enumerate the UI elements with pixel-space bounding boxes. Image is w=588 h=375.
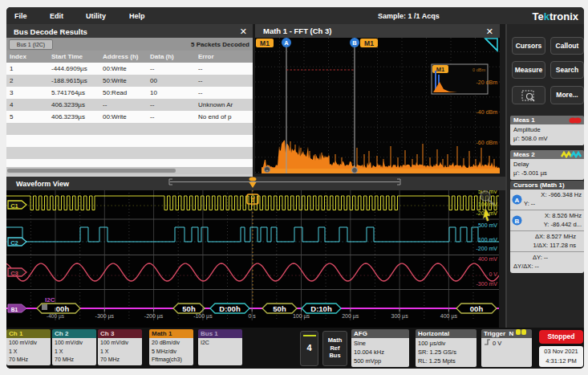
svg-text:-20 dBm: -20 dBm — [476, 79, 498, 85]
svg-text:B: B — [515, 218, 520, 225]
svg-text:-200 mV: -200 mV — [476, 246, 498, 251]
svg-text:-300 µs: -300 µs — [95, 313, 115, 320]
svg-text:100 mV: 100 mV — [478, 202, 497, 207]
svg-text:-400 µs: -400 µs — [47, 313, 65, 320]
svg-text:0 s: 0 s — [249, 313, 257, 319]
svg-text:0 dBm: 0 dBm — [472, 67, 485, 72]
svg-text:-200 µs: -200 µs — [144, 313, 164, 320]
svg-text:D:10h: D:10h — [310, 304, 332, 313]
svg-text:T: T — [250, 196, 255, 204]
svg-text:M1: M1 — [260, 39, 270, 47]
svg-text:100 mV: 100 mV — [478, 237, 497, 243]
svg-text:0 V: 0 V — [489, 271, 497, 277]
svg-text:50h: 50h — [182, 304, 196, 313]
svg-text:-40 dBm: -40 dBm — [476, 109, 498, 115]
svg-text:300 µs: 300 µs — [391, 313, 409, 320]
svg-text:C1: C1 — [10, 202, 18, 210]
svg-text:400 µs: 400 µs — [440, 313, 458, 320]
svg-text:A: A — [515, 197, 520, 204]
svg-text:00h: 00h — [470, 304, 484, 313]
svg-text:-60 dBm: -60 dBm — [476, 140, 498, 145]
svg-text:C2: C2 — [10, 239, 18, 247]
svg-text:I2C: I2C — [45, 296, 55, 304]
svg-text:00h: 00h — [56, 304, 70, 313]
svg-text:400 mV: 400 mV — [478, 256, 497, 262]
svg-text:B: B — [352, 39, 357, 47]
svg-text:-300 mV: -300 mV — [476, 281, 498, 287]
svg-text:M1: M1 — [436, 66, 444, 73]
svg-text:-100 µs: -100 µs — [193, 313, 213, 320]
svg-text:+: + — [266, 168, 269, 173]
svg-text:200 µs: 200 µs — [342, 313, 359, 320]
svg-text:50h: 50h — [273, 304, 286, 313]
svg-text:M1: M1 — [364, 39, 374, 47]
svg-text:D:00h: D:00h — [219, 304, 241, 313]
svg-text:500 mV: 500 mV — [478, 222, 497, 228]
svg-text:C3: C3 — [10, 270, 18, 277]
svg-text:A: A — [284, 39, 289, 47]
svg-text:B1: B1 — [11, 307, 18, 312]
svg-text:100 µs: 100 µs — [293, 313, 310, 320]
